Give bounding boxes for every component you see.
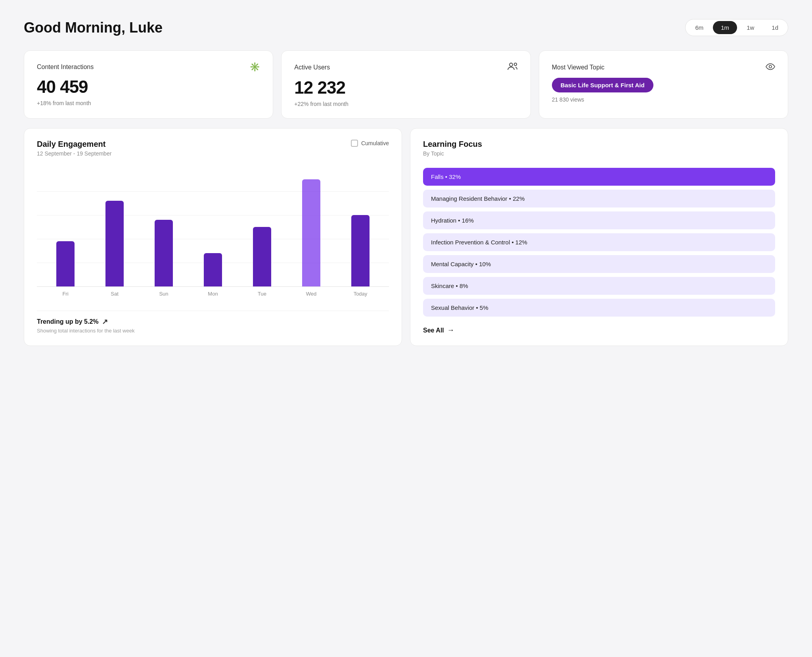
chart-bars-container [37, 168, 389, 287]
daily-engagement-card: Daily Engagement 12 September - 19 Septe… [24, 128, 402, 346]
topic-item-2[interactable]: Hydration • 16% [423, 211, 775, 229]
card-header: Active Users [294, 62, 517, 73]
svg-point-2 [769, 65, 772, 68]
most-viewed-badge: Basic Life Support & First Aid [552, 78, 653, 92]
content-interactions-value: 40 459 [37, 77, 260, 97]
most-viewed-title: Most Viewed Topic [552, 64, 605, 71]
bar-tue [253, 227, 271, 286]
topic-items-list: Falls • 32% Managing Resident Behavior •… [423, 168, 775, 317]
active-users-card: Active Users 12 232 +22% from last month [281, 50, 530, 119]
trending-arrow-icon: ↗ [102, 317, 108, 326]
bar-mon [204, 253, 222, 286]
bar-sat [105, 201, 124, 286]
users-icon [508, 62, 518, 73]
filter-1w[interactable]: 1w [739, 21, 762, 34]
learning-focus-subtitle: By Topic [423, 150, 775, 157]
bar-today [351, 215, 370, 286]
card-header: Most Viewed Topic [552, 62, 775, 73]
card-header: Content Interactions ✳️ [37, 62, 260, 72]
topic-item-4[interactable]: Mental Capacity • 10% [423, 255, 775, 273]
content-interactions-card: Content Interactions ✳️ 40 459 +18% from… [24, 50, 273, 119]
active-users-change: +22% from last month [294, 101, 517, 107]
bar-tue-rect [253, 227, 271, 286]
bar-wed-rect [302, 179, 320, 286]
interactions-icon: ✳️ [249, 62, 260, 72]
filter-6m[interactable]: 6m [687, 21, 711, 34]
trending-text: Trending up by 5.2% ↗ [37, 317, 389, 326]
see-all-arrow-icon: → [447, 326, 454, 334]
label-sun: Sun [155, 291, 173, 297]
bar-mon-rect [204, 253, 222, 286]
topic-item-6[interactable]: Sexual Behavior • 5% [423, 299, 775, 317]
trending-label: Trending up by 5.2% [37, 318, 99, 325]
bottom-row: Daily Engagement 12 September - 19 Septe… [24, 128, 788, 346]
active-users-title: Active Users [294, 64, 330, 71]
svg-point-1 [514, 63, 516, 65]
content-interactions-title: Content Interactions [37, 63, 94, 71]
see-all-label: See All [423, 327, 444, 334]
topic-item-3[interactable]: Infection Prevention & Control • 12% [423, 233, 775, 251]
chart-subtitle: 12 September - 19 September [37, 150, 111, 157]
label-sat: Sat [105, 291, 124, 297]
page-header: Good Morning, Luke 6m 1m 1w 1d [24, 19, 788, 36]
eye-icon [766, 62, 775, 73]
cumulative-checkbox[interactable] [351, 140, 358, 147]
see-all-button[interactable]: See All → [423, 326, 775, 334]
topic-item-5[interactable]: Skincare • 8% [423, 277, 775, 295]
content-interactions-change: +18% from last month [37, 100, 260, 106]
svg-point-0 [509, 63, 513, 66]
filter-1m[interactable]: 1m [713, 21, 737, 34]
label-wed: Wed [302, 291, 320, 297]
trending-sub: Showing total interactions for the last … [37, 328, 389, 334]
chart-header: Daily Engagement 12 September - 19 Septe… [37, 140, 389, 160]
bar-chart: Fri Sat Sun Mon Tue Wed Today [37, 168, 389, 303]
stats-row: Content Interactions ✳️ 40 459 +18% from… [24, 50, 788, 119]
chart-footer: Trending up by 5.2% ↗ Showing total inte… [37, 311, 389, 334]
time-filter-group: 6m 1m 1w 1d [685, 19, 788, 36]
label-tue: Tue [253, 291, 271, 297]
cumulative-toggle[interactable]: Cumulative [351, 140, 389, 147]
most-viewed-views: 21 830 views [552, 96, 775, 103]
bar-fri [56, 241, 75, 286]
learning-focus-title: Learning Focus [423, 140, 775, 149]
bar-wed [302, 179, 320, 286]
topic-item-0[interactable]: Falls • 32% [423, 168, 775, 186]
bar-sun-rect [155, 220, 173, 286]
bar-fri-rect [56, 241, 75, 286]
filter-1d[interactable]: 1d [764, 21, 786, 34]
most-viewed-topic-card: Most Viewed Topic Basic Life Support & F… [539, 50, 788, 119]
learning-focus-card: Learning Focus By Topic Falls • 32% Mana… [410, 128, 788, 346]
greeting-title: Good Morning, Luke [24, 19, 163, 36]
label-today: Today [351, 291, 370, 297]
chart-title: Daily Engagement [37, 140, 111, 149]
bar-today-rect [351, 215, 370, 286]
topic-item-1[interactable]: Managing Resident Behavior • 22% [423, 190, 775, 207]
chart-title-group: Daily Engagement 12 September - 19 Septe… [37, 140, 111, 160]
chart-x-labels: Fri Sat Sun Mon Tue Wed Today [37, 287, 389, 297]
cumulative-label: Cumulative [361, 140, 389, 146]
bar-sun [155, 220, 173, 286]
label-fri: Fri [56, 291, 75, 297]
bar-sat-rect [105, 201, 124, 286]
active-users-value: 12 232 [294, 78, 517, 98]
label-mon: Mon [204, 291, 222, 297]
